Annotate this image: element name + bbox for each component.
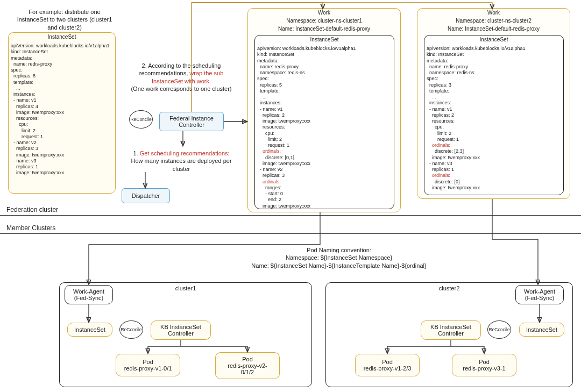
step1-prefix: 1. xyxy=(133,150,139,156)
reconcile-c1: ReConcile xyxy=(119,320,143,339)
cluster2-work-agent: Work-Agent (Fed-Sync) xyxy=(515,285,564,304)
source-instanceset: InstanceSet apiVersion: workloads.kubebl… xyxy=(8,32,116,194)
step2-annotation: 2. According to the scheduling recommend… xyxy=(125,62,238,92)
work2-instanceset: InstanceSet apiVersion: workloads.kubebl… xyxy=(424,35,564,195)
dispatcher: Dispatcher xyxy=(122,188,170,203)
cluster2-pod1: Pod redis-proxy-v1-2/3 xyxy=(355,354,420,376)
work2-is-title: InstanceSet xyxy=(424,35,563,44)
reconcile-fed: ReConcile xyxy=(129,110,153,129)
work1-name: Name: InstanceSet-default-redis-proxy xyxy=(248,25,400,33)
cluster2-pod2: Pod redis-proxy-v3-1 xyxy=(452,354,516,376)
source-is-title: InstanceSet xyxy=(9,33,115,41)
example-note: For example: distribute one InstanceSet … xyxy=(16,8,113,31)
member-clusters-label: Member Clusters xyxy=(6,224,55,232)
work1: Work Namespace: cluster-ns-cluster1 Name… xyxy=(247,8,401,212)
pod-naming-l2: Namespace: ${InstanceSet Namespace} xyxy=(286,254,392,261)
federal-instance-controller: Federal Instance Controller xyxy=(159,112,224,131)
federation-cluster-label: Federation cluster xyxy=(6,206,58,213)
work1-ns: Namespace: cluster-ns-cluster1 xyxy=(248,17,400,25)
step1-highlight: Get scheduling recommendations: xyxy=(140,150,230,156)
step1-suffix: How many instances are deployed per clus… xyxy=(131,158,231,172)
cluster1-pod1: Pod redis-proxy-v1-0/1 xyxy=(116,354,180,376)
reconcile-c2: ReConcile xyxy=(487,320,511,339)
work1-yaml: apiVersion: workloads.kubeblocks.io/v1al… xyxy=(255,44,394,211)
cluster1-work-agent: Work-Agent (Fed-Sync) xyxy=(65,285,113,304)
work1-instanceset: InstanceSet apiVersion: workloads.kubebl… xyxy=(254,35,394,209)
step1-annotation: 1. Get scheduling recommendations: How m… xyxy=(125,149,238,173)
work2: Work Namespace: cluster-ns-cluster2 Name… xyxy=(417,8,570,199)
source-is-yaml: apiVersion: workloads.kubeblocks.io/v1al… xyxy=(9,41,115,179)
work1-is-title: InstanceSet xyxy=(255,35,394,44)
divider-2 xyxy=(0,233,581,234)
work2-name: Name: InstanceSet-default-redis-proxy xyxy=(417,25,570,33)
cluster1-pod2: Pod redis-proxy-v2- 0/1/2 xyxy=(215,352,280,379)
pod-naming: Pod Naming convention: Namespace: ${Inst… xyxy=(237,246,441,269)
pod-naming-l3: Name: ${InstanceSet Name}-${InstanceTemp… xyxy=(251,262,426,269)
work2-yaml: apiVersion: workloads.kubeblocks.io/v1al… xyxy=(424,44,563,193)
cluster1-kb-controller: KB InstanceSet Controller xyxy=(151,320,211,340)
cluster2-kb-controller: KB InstanceSet Controller xyxy=(421,320,481,340)
work2-ns: Namespace: cluster-ns-cluster2 xyxy=(417,17,570,25)
pod-naming-l1: Pod Naming convention: xyxy=(307,247,371,253)
step2-suffix: (One work corresponds to one cluster) xyxy=(131,85,231,92)
cluster2-instanceset: InstanceSet xyxy=(519,323,564,337)
work1-title: Work xyxy=(248,9,400,17)
work2-title: Work xyxy=(417,9,570,17)
cluster1-instanceset: InstanceSet xyxy=(67,323,112,337)
divider-1 xyxy=(0,215,581,216)
